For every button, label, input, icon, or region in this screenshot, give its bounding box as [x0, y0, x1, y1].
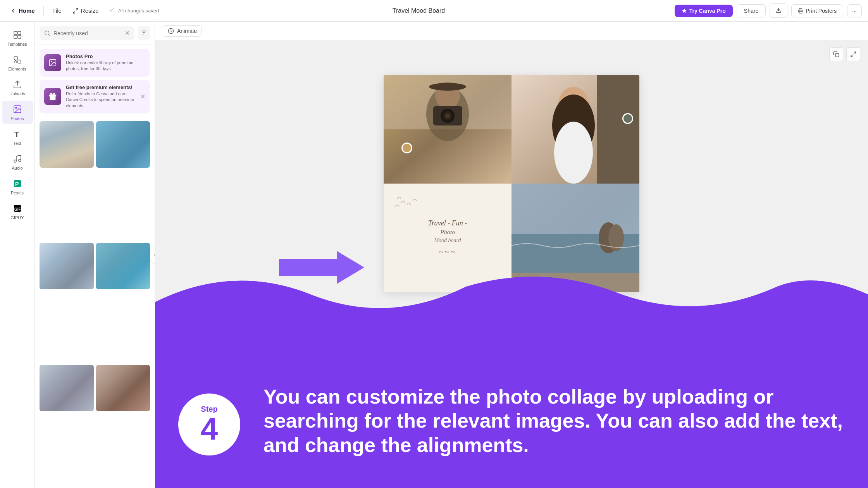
moodboard-photo-1[interactable] [384, 75, 512, 184]
sidebar-item-photos[interactable]: Photos [2, 101, 33, 124]
svg-point-7 [14, 56, 18, 60]
bottom-section: Step 4 You can customize the photo colla… [155, 263, 868, 488]
canvas-top-icons [829, 47, 860, 61]
side-panel: ✕ Photos Pro Unlock our entire library o… [35, 22, 155, 488]
resize-icon [72, 8, 79, 14]
promo-photos-pro-text: Photos Pro Unlock our entire library of … [66, 53, 145, 72]
print-button[interactable]: Print Posters [791, 4, 843, 17]
step-content: Step 4 You can customize the photo colla… [178, 385, 845, 465]
ctrl-circle-1[interactable] [401, 143, 412, 153]
audio-label: Audio [12, 166, 22, 170]
topbar-right: Try Canva Pro Share Print Posters ··· [675, 3, 862, 18]
svg-point-41 [554, 122, 593, 184]
promo-cards: Photos Pro Unlock our entire library of … [35, 45, 155, 117]
svg-marker-0 [682, 9, 687, 13]
photos-icon [12, 104, 23, 115]
chevron-left-icon [10, 8, 16, 14]
promo-photos-icon [44, 54, 61, 71]
svg-point-13 [14, 160, 16, 162]
photos-label: Photos [10, 116, 24, 121]
topbar-center: Travel Mood Board [166, 7, 671, 14]
svg-rect-2 [799, 11, 802, 13]
animate-icon [168, 28, 174, 34]
moodboard-text: Travel - Fun - Photo Mood board ~~~ [428, 219, 467, 257]
step-description: You can customize the photo collage by u… [264, 385, 845, 465]
star-icon [682, 8, 687, 14]
photo-thumb-6[interactable] [96, 365, 150, 411]
undo-status: All changes saved [106, 5, 163, 16]
step-number: 4 [201, 414, 218, 445]
uploads-label: Uploads [9, 91, 25, 96]
promo-photos-pro-title: Photos Pro [66, 53, 145, 59]
panel-collapse-handle[interactable]: ‹ [150, 246, 155, 264]
pexels-label: Pexels [11, 191, 24, 195]
undo-icon [110, 8, 116, 14]
pexels-icon: P [12, 178, 23, 189]
promo-premium-title: Get free premium elements! [66, 84, 136, 90]
photo-thumb-5[interactable] [40, 365, 94, 411]
sidebar-icons: Templates Elements Uploads Photos T Text [0, 22, 35, 488]
search-input[interactable] [53, 30, 122, 36]
svg-text:T: T [14, 130, 19, 139]
canvas-copy-icon[interactable] [829, 47, 843, 61]
canvas-title: Travel Mood Board [393, 7, 445, 14]
audio-icon [12, 153, 23, 164]
file-menu[interactable]: File [48, 5, 65, 16]
svg-point-19 [45, 31, 49, 35]
sidebar-item-pexels[interactable]: P Pexels [2, 175, 33, 198]
sidebar-item-templates[interactable]: Templates [2, 26, 33, 50]
big-arrow [279, 248, 364, 288]
promo-premium-desc: Refer friends to Canva and earn Canva Cr… [66, 91, 136, 109]
svg-rect-38 [597, 75, 639, 184]
canva-pro-button[interactable]: Try Canva Pro [675, 5, 733, 17]
svg-rect-8 [18, 60, 21, 63]
svg-rect-5 [14, 35, 17, 38]
photo-thumb-3[interactable] [40, 243, 94, 289]
svg-point-25 [51, 61, 52, 62]
topbar: Home File Resize All changes saved Trave… [0, 0, 868, 22]
filter-icon [141, 29, 147, 36]
ctrl-circle-2[interactable] [622, 113, 633, 124]
photo-thumb-4[interactable] [96, 243, 150, 289]
main-layout: Templates Elements Uploads Photos T Text [0, 22, 868, 488]
sidebar-item-elements[interactable]: Elements [2, 51, 33, 74]
giphy-label: GIPHY [10, 215, 24, 220]
svg-marker-56 [279, 251, 364, 284]
sidebar-item-uploads[interactable]: Uploads [2, 76, 33, 99]
resize-button[interactable]: Resize [69, 5, 103, 16]
moodboard-photo-2[interactable] [512, 75, 639, 184]
topbar-divider [43, 6, 44, 15]
svg-rect-27 [835, 53, 839, 57]
moodboard: Travel - Fun - Photo Mood board ~~~ [384, 75, 639, 292]
svg-rect-4 [18, 31, 21, 34]
svg-point-36 [429, 83, 466, 91]
promo-card-photos-pro[interactable]: Photos Pro Unlock our entire library of … [40, 49, 150, 77]
home-button[interactable]: Home [6, 5, 39, 16]
promo-close-icon[interactable]: ✕ [140, 93, 145, 100]
photo-thumb-1[interactable] [40, 121, 94, 168]
search-bar: ✕ [35, 22, 155, 45]
svg-text:P: P [15, 181, 19, 187]
canvas-expand-icon[interactable] [846, 47, 860, 61]
search-clear-icon[interactable]: ✕ [125, 29, 130, 37]
photo-thumb-2[interactable] [96, 121, 150, 168]
canvas-area: Animate [155, 22, 868, 488]
sidebar-item-giphy[interactable]: GIF GIPHY [2, 200, 33, 223]
svg-line-20 [48, 34, 50, 36]
templates-icon [12, 29, 23, 40]
sidebar-item-text[interactable]: T Text [2, 125, 33, 149]
svg-point-35 [445, 113, 450, 118]
animate-button[interactable]: Animate [163, 25, 202, 37]
svg-point-11 [16, 107, 17, 108]
promo-card-premium[interactable]: Get free premium elements! Refer friends… [40, 80, 150, 113]
search-icon [44, 30, 50, 36]
search-filter-button[interactable] [138, 26, 150, 40]
sidebar-item-audio[interactable]: Audio [2, 150, 33, 174]
more-button[interactable]: ··· [847, 4, 862, 17]
download-button[interactable] [770, 3, 787, 18]
share-button[interactable]: Share [737, 4, 766, 17]
photo-grid [35, 117, 155, 488]
promo-photos-pro-desc: Unlock our entire library of premium pho… [66, 60, 145, 72]
canvas-toolbar: Animate [155, 22, 868, 40]
print-icon [798, 8, 803, 14]
